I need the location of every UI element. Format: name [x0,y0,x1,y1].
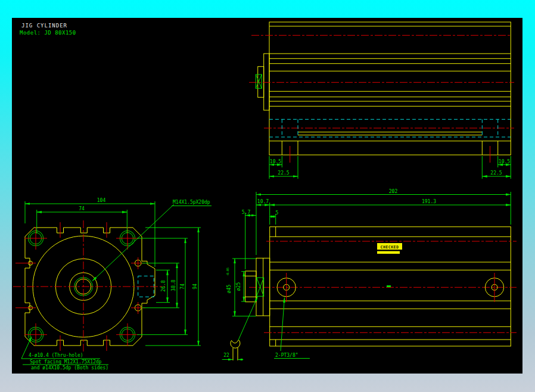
dim-bore-dia: ø45 [226,285,232,294]
piston-rod [245,271,256,302]
dim-191-3: 191.3 [422,199,436,204]
rod-flange [264,54,269,110]
dim-5: 5 [276,210,279,216]
dim-rod-dia: ø25 [236,282,241,291]
note-line-2: Spot facing M12X1.75X12dp [30,359,102,365]
note-line-1: 4-ø10.4 (Thru-hole) [29,353,83,358]
section-x-box [256,74,262,88]
dim-5-7: 5.7 [242,210,251,215]
bottom-side-view: CHECKED [222,189,517,361]
drawing-model: Model: JD 80X150 [20,30,76,36]
drawing-title: JIG CYLINDER [21,23,67,29]
dim-104: 104 [97,198,106,203]
dim-74-right: 74 [180,284,185,290]
section-x-box-2 [257,278,264,296]
stamp-text: CHECKED [381,245,399,250]
dim-10-5-right: 10.5 [499,159,510,164]
note-line-3: and ø14X10.5dp (Both sides) [31,365,108,371]
dim-10-5-left: 10.5 [270,159,281,164]
dim-38-8: 38.8 [171,279,176,291]
dim-202: 202 [389,189,398,194]
dim-94: 94 [192,284,198,290]
wrench-symbol [231,340,240,361]
dim-22: 22 [223,353,229,358]
cad-viewer-window: { "header": { "title": "JIG CYLINDER", "… [0,0,535,392]
front-view: 104 74 26.8 38.8 74 94 M14X1.5pX20dp 4-ø… [13,198,211,371]
drawing-canvas: JIG CYLINDER Model: JD 80X150 [12,18,522,374]
side-view-dimensions [222,192,511,360]
checked-stamp: CHECKED [377,243,402,254]
cad-drawing: JIG CYLINDER Model: JD 80X150 [12,18,522,374]
thread-callout: M14X1.5pX20dp [173,200,210,205]
dim-74-top: 74 [79,206,85,211]
surface-mark [387,285,391,287]
dim-22-5-left: 22.5 [278,170,289,176]
top-view-dimensions [269,156,511,179]
port-callout: 2-PT3/8" [275,353,298,358]
title-block: JIG CYLINDER Model: JD 80X150 [20,23,76,36]
top-side-view: 10.5 22.5 10.5 22.5 [249,22,514,179]
dim-26-8: 26.8 [161,280,166,291]
dim-10-7: 10.7 [257,199,269,204]
front-view-dimensions [21,201,211,365]
dim-22-5-right: 22.5 [490,170,502,176]
dim-bore-tolerance: -0.05 [226,267,229,276]
